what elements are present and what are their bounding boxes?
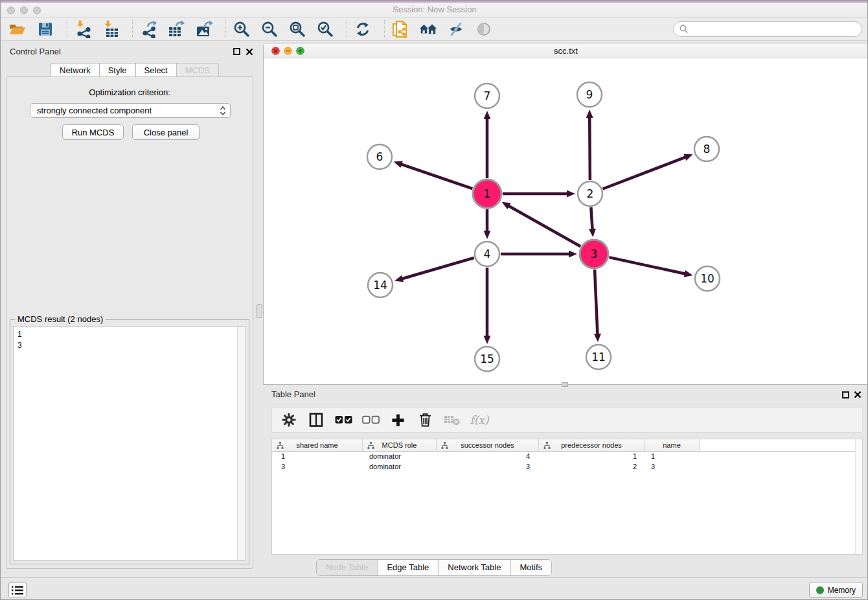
function-builder-icon: f(x) — [470, 410, 488, 430]
toolbar-separator — [347, 20, 347, 38]
tab-network-table[interactable]: Network Table — [439, 560, 510, 575]
tab-select[interactable]: Select — [135, 63, 177, 77]
export-table-icon[interactable] — [167, 19, 185, 39]
hide-panel-eye-icon[interactable] — [447, 19, 465, 39]
node-label: 9 — [586, 88, 593, 101]
close-panel-button[interactable]: Close panel — [132, 124, 200, 140]
splitter-handle[interactable] — [257, 304, 262, 318]
float-table-panel-icon[interactable] — [842, 391, 849, 398]
graph-node-15[interactable]: 15 — [475, 347, 499, 371]
graph-node-3[interactable]: 3 — [580, 240, 608, 268]
network-window-titlebar[interactable]: scc.txt — [264, 43, 868, 58]
graph-node-2[interactable]: 2 — [578, 181, 602, 206]
graph-node-14[interactable]: 14 — [368, 273, 393, 297]
float-panel-icon[interactable] — [233, 48, 240, 55]
cell-predecessor-nodes[interactable]: 1 — [539, 452, 645, 462]
graph-node-8[interactable]: 8 — [694, 137, 719, 161]
graph-edge-3-11[interactable] — [595, 270, 597, 335]
add-row-icon[interactable] — [389, 410, 407, 430]
tab-motifs[interactable]: Motifs — [510, 560, 551, 575]
graph-edge-2-9[interactable] — [589, 117, 590, 180]
mcds-result-groupbox: MCDS result (2 nodes) 1 3 — [10, 319, 249, 564]
columns-icon[interactable] — [307, 410, 325, 430]
mcds-result-list[interactable]: 1 3 — [13, 326, 246, 560]
refresh-icon[interactable] — [354, 19, 372, 39]
graph-edge-4-14[interactable] — [402, 258, 474, 279]
graph-node-4[interactable]: 4 — [475, 242, 499, 266]
graph-edge-arrowhead — [684, 270, 693, 277]
trash-icon[interactable] — [416, 410, 434, 430]
network-canvas[interactable]: 7968124314101511 — [264, 58, 868, 384]
cell-mcds-role[interactable]: dominator — [363, 462, 437, 472]
zoom-fit-icon[interactable] — [288, 19, 306, 39]
toolbar-separator — [384, 20, 385, 38]
import-table-icon[interactable] — [102, 19, 120, 39]
graph-edge-3-1[interactable] — [508, 205, 580, 246]
close-table-panel-icon[interactable] — [854, 391, 862, 398]
gear-icon[interactable] — [280, 410, 298, 430]
column-label: MCDS role — [382, 441, 417, 449]
cell-shared-name[interactable]: 1 — [272, 452, 363, 462]
result-scrollbar[interactable] — [237, 327, 246, 560]
graph-edge-arrowhead — [586, 110, 593, 118]
graph-edge-3-10[interactable] — [609, 257, 685, 274]
mcds-panel: Optimization criterion: strongly connect… — [6, 76, 253, 569]
column-header-predecessor-nodes[interactable]: predecessor nodes — [539, 439, 645, 451]
tab-style[interactable]: Style — [99, 63, 136, 77]
graph-node-10[interactable]: 10 — [695, 266, 720, 291]
optimization-criterion-dropdown[interactable]: strongly connected component — [30, 103, 231, 118]
node-label: 6 — [376, 150, 383, 163]
tab-network[interactable]: Network — [51, 63, 100, 77]
status-bar: Memory — [1, 577, 868, 600]
graph-node-6[interactable]: 6 — [367, 144, 392, 169]
column-header-mcds-role[interactable]: MCDS role — [363, 439, 437, 451]
column-header-successor-nodes[interactable]: successor nodes — [437, 439, 539, 451]
column-header-shared-name[interactable]: shared name — [272, 439, 363, 451]
vertical-splitter[interactable] — [258, 43, 263, 577]
table-row[interactable]: 1 dominator 4 1 1 — [272, 452, 862, 462]
graph-edge-2-3[interactable] — [591, 207, 592, 230]
graph-edge-1-6[interactable] — [400, 164, 472, 189]
graph-edge-2-8[interactable] — [603, 157, 687, 189]
search-box[interactable] — [673, 21, 862, 37]
network-file-icon[interactable] — [391, 19, 409, 39]
graph-node-7[interactable]: 7 — [475, 84, 499, 108]
cell-name[interactable]: 1 — [645, 452, 700, 462]
memory-button[interactable]: Memory — [809, 582, 863, 598]
import-network-icon[interactable] — [74, 19, 92, 39]
tab-edge-table[interactable]: Edge Table — [378, 560, 439, 575]
zoom-selected-icon[interactable] — [316, 19, 334, 39]
zoom-in-icon[interactable] — [233, 19, 251, 39]
zoom-out-icon[interactable] — [260, 19, 279, 39]
cell-successor-nodes[interactable]: 4 — [437, 452, 539, 462]
export-network-icon[interactable] — [139, 19, 157, 39]
task-history-button[interactable] — [8, 583, 27, 597]
search-input[interactable] — [689, 23, 862, 35]
header-filler — [700, 439, 862, 451]
cell-successor-nodes[interactable]: 3 — [437, 462, 539, 472]
tab-mcds[interactable]: MCDS — [176, 63, 219, 77]
run-mcds-button[interactable]: Run MCDS — [62, 124, 124, 140]
home-icon[interactable] — [419, 19, 437, 39]
cell-mcds-role[interactable]: dominator — [363, 452, 437, 462]
open-folder-icon[interactable] — [8, 19, 27, 39]
window-title: Session: New Session — [1, 5, 868, 14]
table-row[interactable]: 3 dominator 3 2 3 — [272, 462, 862, 472]
graph-node-1[interactable]: 1 — [473, 179, 501, 208]
cell-predecessor-nodes[interactable]: 2 — [539, 462, 645, 472]
cell-name[interactable]: 3 — [645, 462, 700, 472]
deselect-all-icon[interactable] — [361, 410, 380, 430]
graph-node-11[interactable]: 11 — [586, 345, 611, 369]
select-all-icon[interactable] — [334, 410, 352, 430]
save-icon[interactable] — [36, 19, 54, 39]
tab-node-table[interactable]: Node Table — [317, 560, 378, 575]
close-panel-icon[interactable] — [246, 48, 253, 56]
horizontal-splitter-handle[interactable] — [562, 382, 568, 387]
cell-shared-name[interactable]: 3 — [272, 462, 363, 472]
mcds-result-title: MCDS result (2 nodes) — [15, 314, 106, 324]
column-header-name[interactable]: name — [645, 439, 700, 451]
table-scrollbar[interactable] — [855, 439, 862, 554]
graph-node-9[interactable]: 9 — [577, 82, 602, 107]
export-image-icon[interactable] — [195, 19, 213, 39]
eye-disabled-icon[interactable] — [475, 19, 493, 39]
